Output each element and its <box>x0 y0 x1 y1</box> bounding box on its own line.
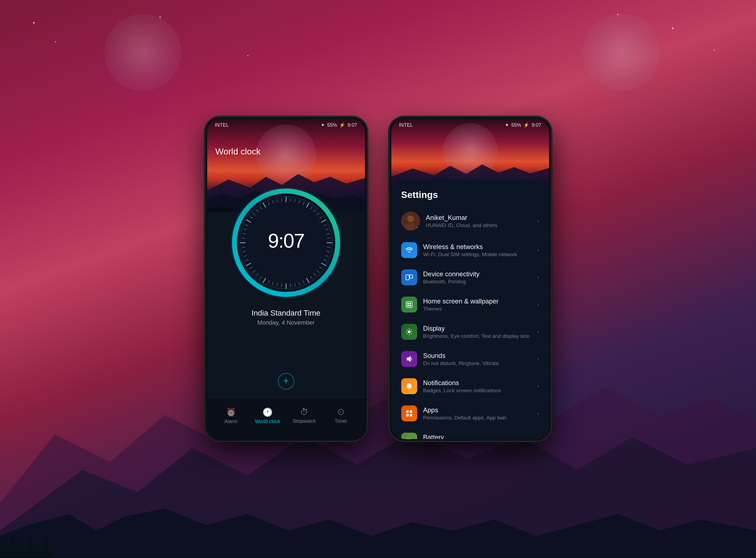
settings-battery-pct: 55% <box>511 122 521 128</box>
notifications-subtitle: Badges, Lock screen notifications <box>423 387 531 394</box>
connectivity-title: Device connectivity <box>423 270 531 278</box>
connectivity-icon <box>401 270 417 285</box>
svg-rect-87 <box>407 305 409 306</box>
svg-rect-84 <box>406 302 412 308</box>
timer-icon: ⏲ <box>337 407 345 417</box>
wireless-icon <box>401 242 417 258</box>
settings-item-display[interactable]: Display Brightness, Eye comfort, Text an… <box>391 318 549 346</box>
settings-list: Aniket_Kumar HUAWEI ID, Cloud, and other… <box>391 206 549 439</box>
settings-phone: INTEL ✦ 55% ⚡ 9:07 Settings <box>389 117 551 441</box>
settings-item-homescreen[interactable]: Home screen & wallpaper Themes › <box>391 291 549 318</box>
connectivity-chevron: › <box>537 274 539 281</box>
svg-line-95 <box>411 333 411 334</box>
clock-screen: INTEL ✦ 55% ⚡ 9:07 World clock <box>207 119 365 439</box>
clock-status-bar: INTEL ✦ 55% ⚡ 9:07 <box>207 119 365 131</box>
wireless-text: Wireless & networks Wi-Fi, Dual SIM sett… <box>423 243 531 258</box>
connectivity-text: Device connectivity Bluetooth, Printing <box>423 270 531 285</box>
clock-carrier: INTEL <box>215 122 229 128</box>
clock-status-right: ✦ 55% ⚡ 9:07 <box>321 122 357 128</box>
notifications-icon <box>401 378 417 394</box>
svg-marker-98 <box>407 356 411 362</box>
apps-subtitle: Permissions, Default apps, App twin <box>423 415 531 421</box>
add-clock-button[interactable]: + <box>278 373 294 389</box>
svg-point-89 <box>408 330 411 333</box>
wireless-title: Wireless & networks <box>423 243 531 251</box>
svg-rect-103 <box>410 414 412 416</box>
settings-bluetooth: ✦ <box>505 122 509 128</box>
clock-ring-svg: 9:07 <box>228 185 344 300</box>
settings-item-battery[interactable]: Battery Power saving mode, Battery usage… <box>391 427 549 439</box>
settings-item-sounds[interactable]: Sounds Do not disturb, Ringtone, Vibrate… <box>391 346 549 373</box>
nav-alarm[interactable]: ⏰ Alarm <box>213 407 250 424</box>
homescreen-text: Home screen & wallpaper Themes <box>423 298 531 312</box>
svg-rect-86 <box>410 303 411 304</box>
profile-subtitle: HUAWEI ID, Cloud, and others <box>426 222 531 228</box>
clock-time-status: 9:07 <box>347 122 357 128</box>
svg-rect-100 <box>406 410 409 413</box>
homescreen-subtitle: Themes <box>423 306 531 312</box>
settings-status-right: ✦ 55% ⚡ 9:07 <box>505 122 541 128</box>
world-clock-label: World clock <box>255 418 280 424</box>
stopwatch-icon: ⏱ <box>300 407 308 417</box>
plus-icon: + <box>283 376 289 386</box>
settings-carrier: INTEL <box>399 122 413 128</box>
settings-screen: INTEL ✦ 55% ⚡ 9:07 Settings <box>391 119 549 439</box>
homescreen-icon <box>401 297 417 312</box>
world-clock-icon: 🕐 <box>262 407 272 417</box>
svg-rect-81 <box>406 275 409 280</box>
clock-bottom-nav: ⏰ Alarm 🕐 World clock ⏱ Stopwatch ⏲ Time… <box>207 398 365 439</box>
display-chevron: › <box>537 328 539 335</box>
svg-line-97 <box>407 333 408 334</box>
svg-rect-88 <box>410 305 411 306</box>
sounds-icon <box>401 351 417 367</box>
timer-label: Timer <box>335 418 347 424</box>
apps-icon <box>401 405 417 422</box>
settings-time-status: 9:07 <box>531 122 541 128</box>
nav-stopwatch[interactable]: ⏱ Stopwatch <box>286 407 323 424</box>
phones-wrapper: INTEL ✦ 55% ⚡ 9:07 World clock <box>0 0 756 558</box>
notifications-text: Notifications Badges, Lock screen notifi… <box>423 379 531 394</box>
clock-bluetooth: ✦ <box>321 122 325 128</box>
homescreen-title: Home screen & wallpaper <box>423 298 531 305</box>
display-icon <box>401 324 417 340</box>
battery-chevron: › <box>537 437 539 439</box>
settings-item-connectivity[interactable]: Device connectivity Bluetooth, Printing … <box>391 264 549 291</box>
profile-chevron: › <box>537 218 539 225</box>
nav-world-clock[interactable]: 🕐 World clock <box>249 407 286 424</box>
wireless-chevron: › <box>537 247 539 254</box>
settings-title: Settings <box>391 179 549 206</box>
svg-rect-101 <box>410 410 412 413</box>
apps-chevron: › <box>537 410 539 417</box>
apps-text: Apps Permissions, Default apps, App twin <box>423 406 531 421</box>
svg-text:9:07: 9:07 <box>268 230 304 252</box>
nav-timer[interactable]: ⏲ Timer <box>323 407 360 424</box>
profile-text: Aniket_Kumar HUAWEI ID, Cloud, and other… <box>426 214 531 228</box>
svg-rect-82 <box>410 275 413 278</box>
settings-item-apps[interactable]: Apps Permissions, Default apps, App twin… <box>391 400 549 427</box>
settings-charging: ⚡ <box>523 122 529 128</box>
sounds-text: Sounds Do not disturb, Ringtone, Vibrate <box>423 352 531 366</box>
settings-status-bar: INTEL ✦ 55% ⚡ 9:07 <box>391 119 549 131</box>
display-text: Display Brightness, Eye comfort, Text an… <box>423 325 531 339</box>
notifications-title: Notifications <box>423 379 531 387</box>
notifications-chevron: › <box>537 383 539 390</box>
homescreen-chevron: › <box>537 301 539 308</box>
clock-battery-pct: 55% <box>327 122 337 128</box>
profile-name: Aniket_Kumar <box>426 214 531 222</box>
connectivity-subtitle: Bluetooth, Printing <box>423 279 531 285</box>
profile-notification-dot <box>416 226 419 230</box>
battery-title: Battery <box>423 433 531 439</box>
battery-icon <box>401 433 417 439</box>
svg-rect-99 <box>408 388 410 389</box>
alarm-icon: ⏰ <box>226 407 236 417</box>
clock-date: Monday, 4 November <box>207 319 365 326</box>
display-title: Display <box>423 325 531 332</box>
settings-item-wireless[interactable]: Wireless & networks Wi-Fi, Dual SIM sett… <box>391 237 549 264</box>
sounds-title: Sounds <box>423 352 531 359</box>
profile-avatar <box>401 212 420 230</box>
svg-line-96 <box>411 330 411 330</box>
display-subtitle: Brightness, Eye comfort, Text and displa… <box>423 333 531 339</box>
settings-item-notifications[interactable]: Notifications Badges, Lock screen notifi… <box>391 373 549 400</box>
svg-line-94 <box>407 330 408 330</box>
settings-profile-item[interactable]: Aniket_Kumar HUAWEI ID, Cloud, and other… <box>391 206 549 237</box>
